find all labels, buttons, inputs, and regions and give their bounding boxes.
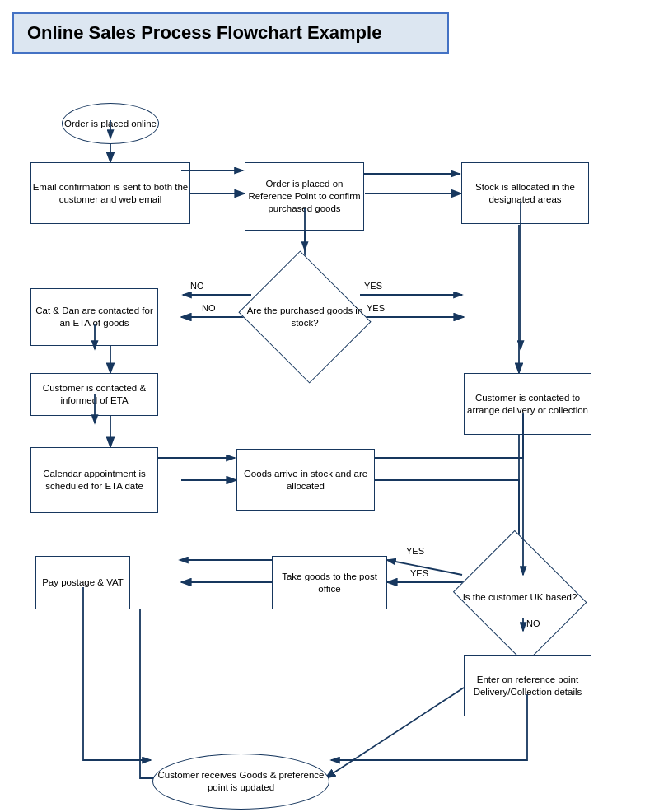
customer-delivery-shape: Customer is contacted to arrange deliver… (464, 373, 591, 435)
pay-postage-label: Pay postage & VAT (42, 576, 124, 589)
customer-receives-shape: Customer receives Goods & preference poi… (152, 754, 330, 810)
no-label: NO (202, 303, 216, 313)
calendar-shape: Calendar appointment is scheduled for ET… (30, 447, 158, 513)
take-goods-shape: Take goods to the post office (272, 556, 387, 609)
stock-allocated-label: Stock is allocated in the designated are… (462, 181, 588, 206)
enter-ref-shape: Enter on reference point Delivery/Collec… (464, 655, 591, 716)
order-placed-shape: Order is placed online (62, 103, 159, 144)
customer-receives-label: Customer receives Goods & preference poi… (153, 769, 329, 794)
flowchart: NO YES YES NO (12, 70, 647, 811)
pay-postage-shape: Pay postage & VAT (35, 556, 130, 609)
calendar-label: Calendar appointment is scheduled for ET… (31, 468, 157, 492)
stock-allocated-shape: Stock is allocated in the designated are… (461, 162, 589, 224)
ref-point-order-label: Order is placed on Reference Point to co… (245, 178, 363, 215)
order-placed-label: Order is placed online (64, 118, 157, 130)
take-goods-label: Take goods to the post office (273, 571, 386, 595)
in-stock-label: Are the purchased goods in stock? (239, 305, 371, 329)
cat-dan-shape: Cat & Dan are contacted for an ETA of go… (30, 288, 158, 346)
goods-arrive-label: Goods arrive in stock and are allocated (237, 468, 374, 492)
uk-based-shape: Is the customer UK based? (453, 554, 587, 640)
enter-ref-label: Enter on reference point Delivery/Collec… (465, 674, 591, 698)
page-title: Online Sales Process Flowchart Example (27, 22, 434, 44)
customer-delivery-label: Customer is contacted to arrange deliver… (465, 392, 591, 417)
customer-informed-label: Customer is contacted & informed of ETA (31, 382, 157, 407)
yes2-label: YES (410, 568, 428, 578)
svg-line-15 (325, 688, 464, 778)
customer-informed-shape: Customer is contacted & informed of ETA (30, 373, 158, 416)
in-stock-inner: Are the purchased goods in stock? (239, 274, 371, 360)
uk-based-inner: Is the customer UK based? (453, 554, 587, 640)
ref-point-order-shape: Order is placed on Reference Point to co… (245, 162, 364, 231)
email-confirm-label: Email confirmation is sent to both the c… (31, 181, 189, 206)
cat-dan-label: Cat & Dan are contacted for an ETA of go… (31, 305, 157, 329)
email-confirm-shape: Email confirmation is sent to both the c… (30, 162, 190, 224)
page: Online Sales Process Flowchart Example N… (0, 0, 659, 812)
title-box: Online Sales Process Flowchart Example (12, 12, 449, 54)
goods-arrive-shape: Goods arrive in stock and are allocated (236, 449, 375, 511)
uk-based-label: Is the customer UK based? (463, 591, 577, 604)
in-stock-shape: Are the purchased goods in stock? (239, 274, 371, 360)
